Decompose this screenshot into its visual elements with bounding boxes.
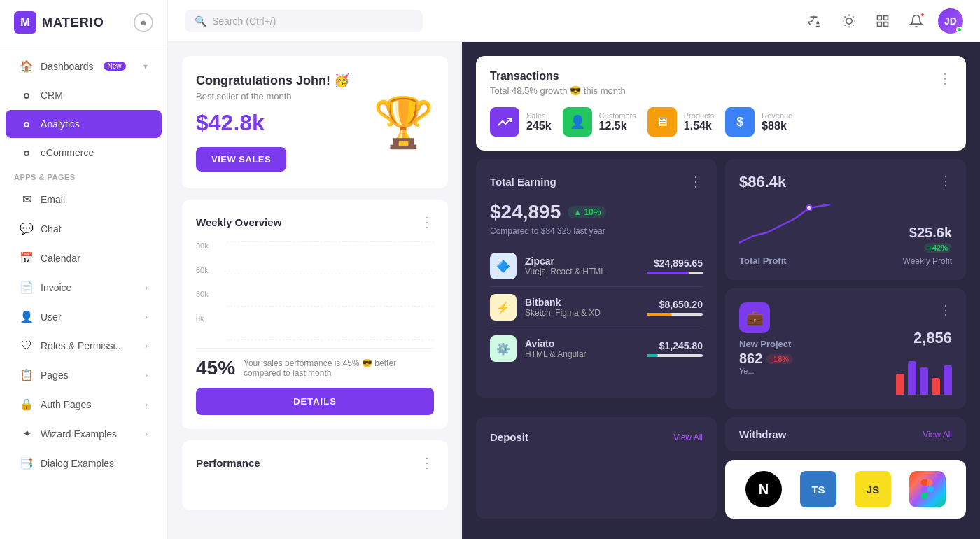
profit-weekly: $25.6k +42% Weekly Profit (903, 225, 952, 266)
profit-stats: ⋮ $25.6k +42% Weekly Profit (903, 173, 952, 266)
profit-amount: $25.6k (903, 225, 952, 241)
chevron-right-icon: › (145, 283, 148, 293)
sidebar-item-auth[interactable]: 🔒 Auth Pages › (6, 390, 162, 419)
revenue-icon: $ (725, 107, 755, 136)
bitbank-name: Bitbank (525, 297, 638, 308)
notification-button[interactable] (904, 9, 928, 33)
search-box[interactable]: 🔍 Search (Ctrl+/) (185, 10, 423, 32)
sidebar-item-email[interactable]: ✉ Email (6, 185, 162, 214)
sidebar-item-label: Roles & Permissi... (41, 340, 123, 351)
new-project-content: 💼 New Project 862 -18% Ye... (739, 302, 793, 375)
javascript-logo: JS (855, 471, 891, 507)
customers-value: 12.5k (599, 120, 636, 132)
sidebar-item-pages[interactable]: 📋 Pages › (6, 360, 162, 389)
y-label-60k: 60k (196, 266, 209, 274)
dot-icon (20, 89, 34, 102)
y-label-30k: 30k (196, 290, 209, 298)
search-placeholder: Search (Ctrl+/) (212, 15, 276, 27)
profit-inner: $86.4k Total Profit ⋮ (739, 173, 952, 266)
withdraw-card: Withdraw View All (725, 417, 966, 451)
chevron-right-icon: › (145, 341, 148, 351)
project-badge: -18% (766, 354, 793, 364)
sidebar-item-crm[interactable]: CRM (6, 81, 162, 109)
chevron-right-icon: › (145, 370, 148, 380)
transactions-info: Transactions Total 48.5% growth 😎 this m… (490, 70, 626, 96)
dark-bar-chart (896, 353, 952, 395)
sidebar-item-calendar[interactable]: 📅 Calendar (6, 244, 162, 272)
card-header: Performance ⋮ (196, 454, 434, 471)
profit-menu-button[interactable]: ⋮ (903, 173, 952, 188)
performance-menu-button[interactable]: ⋮ (420, 454, 434, 471)
app-name: MATERIO (42, 15, 104, 30)
sidebar-item-label: Email (41, 194, 65, 205)
weekly-menu-button[interactable]: ⋮ (420, 214, 434, 230)
sidebar: M MATERIO ⏺ 🏠 Dashboards New ▾ CRM Analy… (0, 0, 168, 539)
earning-header: Total Earning ⋮ (490, 173, 703, 190)
sidebar-item-label: Dialog Examples (41, 458, 114, 469)
sidebar-item-label: User (41, 312, 62, 323)
tech-logos-card: N TS JS (725, 460, 966, 519)
zipcar-bar-fill (647, 272, 689, 274)
weekly-desc: Your sales performance is 45% 😎 better c… (244, 358, 434, 378)
chevron-right-icon: › (145, 312, 148, 322)
deposit-withdraw-row: Deposit View All Withdraw View All N TS … (476, 417, 966, 519)
company-aviato: ⚙️ Aviato HTML & Angular $1,245.80 (490, 328, 703, 369)
aviato-bar-fill (647, 354, 658, 357)
earning-amount: $24,895 (490, 201, 561, 223)
deposit-view-all[interactable]: View All (673, 433, 703, 442)
subtitle-growth: Total 48.5% growth (490, 85, 568, 96)
stat-customers-info: Customers 12.5k (599, 111, 636, 132)
brightness-button[interactable] (837, 9, 861, 33)
bitbank-bar (647, 313, 703, 316)
card-header: Weekly Overview ⋮ (196, 214, 434, 230)
withdraw-view-all[interactable]: View All (923, 430, 952, 440)
subtitle-emoji: 😎 (570, 85, 581, 96)
sidebar-item-chat[interactable]: 💬 Chat (6, 214, 162, 243)
weekly-percent: 45% (196, 357, 235, 379)
deposit-card: Deposit View All (476, 417, 717, 519)
email-icon: ✉ (20, 192, 34, 206)
user-icon: 👤 (20, 310, 34, 323)
sidebar-item-dashboards[interactable]: 🏠 Dashboards New ▾ (6, 52, 162, 80)
products-value: 1.54k (684, 120, 714, 132)
total-earning-card: Total Earning ⋮ $24,895 ▲ 10% Compared t… (476, 159, 717, 398)
total-profit-card: $86.4k Total Profit ⋮ (725, 159, 966, 280)
avatar-online-indicator (956, 27, 962, 33)
transactions-title: Transactions (490, 70, 626, 83)
sidebar-item-label: Calendar (41, 253, 80, 264)
performance-title: Performance (196, 457, 260, 469)
details-button[interactable]: DETAILS (196, 388, 434, 415)
sidebar-item-analytics[interactable]: Analytics (6, 110, 162, 138)
sidebar-item-dialog[interactable]: 📑 Dialog Examples (6, 449, 162, 477)
sidebar-item-ecommerce[interactable]: eCommerce (6, 139, 162, 167)
aviato-tech: HTML & Angular (525, 349, 638, 359)
sidebar-item-invoice[interactable]: 📄 Invoice › (6, 273, 162, 302)
transactions-menu-button[interactable]: ⋮ (938, 70, 952, 87)
chevron-right-icon: › (145, 400, 148, 410)
earning-title: Total Earning (490, 176, 556, 188)
avatar[interactable]: JD (938, 8, 963, 34)
view-sales-button[interactable]: VIEW SALES (196, 147, 286, 172)
sidebar-item-label: Chat (41, 223, 62, 234)
chevron-right-icon: › (145, 429, 148, 439)
stat-products-info: Products 1.54k (684, 111, 714, 132)
sidebar-nav: 🏠 Dashboards New ▾ CRM Analytics eCommer… (0, 46, 167, 484)
new-project-menu-button[interactable]: ⋮ (939, 303, 952, 317)
company-bitbank: ⚡ Bitbank Sketch, Figma & XD $8,650.20 (490, 287, 703, 328)
sidebar-item-user[interactable]: 👤 User › (6, 302, 162, 331)
record-icon[interactable]: ⏺ (134, 13, 153, 32)
transactions-subtitle: Total 48.5% growth 😎 this month (490, 85, 626, 96)
earning-menu-button[interactable]: ⋮ (689, 173, 703, 190)
typescript-logo: TS (800, 471, 836, 507)
translate-button[interactable] (804, 9, 827, 33)
sidebar-item-wizard[interactable]: ✦ Wizard Examples › (6, 419, 162, 448)
grid-button[interactable] (871, 9, 895, 33)
search-icon: 🔍 (195, 15, 206, 27)
profit-chart-value: $86.4k (739, 173, 830, 191)
content-left: Congratulations John! 🥳 Best seller of t… (168, 42, 462, 539)
sidebar-item-label: Invoice (41, 282, 71, 293)
stat-customers: 👤 Customers 12.5k (563, 107, 636, 136)
sidebar-item-roles[interactable]: 🛡 Roles & Permissi... › (6, 332, 162, 360)
revenue-value: $88k (762, 120, 792, 132)
header: 🔍 Search (Ctrl+/) JD (168, 0, 980, 42)
